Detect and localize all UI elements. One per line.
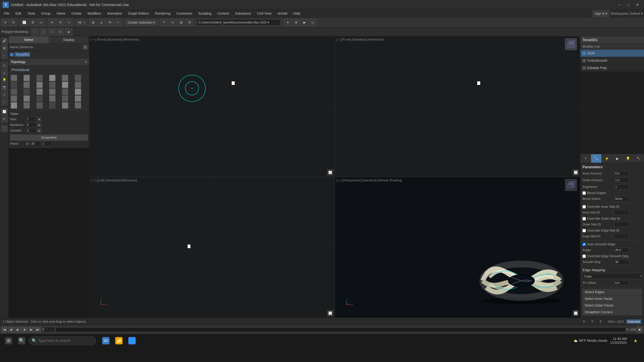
move-button[interactable]: ✛ <box>48 19 56 26</box>
rp-tab-utilities[interactable]: 🔨 <box>634 154 644 163</box>
rp-tab-create[interactable]: + <box>580 154 591 163</box>
tex-5[interactable] <box>75 75 81 81</box>
viewport-front-maximize[interactable]: ⬜ <box>327 169 333 175</box>
smooth-spinner-up[interactable]: ▲ <box>37 129 41 133</box>
plane-s-input[interactable] <box>30 141 40 146</box>
tex-24[interactable] <box>11 102 17 109</box>
tex-27[interactable] <box>49 102 56 109</box>
camera-tool[interactable]: 📷 <box>1 84 8 91</box>
search-taskbar-button[interactable]: 🔍 <box>16 335 28 347</box>
select-tab[interactable]: Select <box>9 36 49 43</box>
tl-prev-frame[interactable]: ◀ <box>8 327 14 333</box>
pm-element[interactable]: ◈ <box>65 28 72 35</box>
smooth-input[interactable] <box>26 128 36 133</box>
tex-29[interactable] <box>75 102 81 109</box>
viewport-front[interactable]: [ + ] [Front] [Standard] [Wireframe] - ⬜ <box>89 36 335 177</box>
notification-button[interactable]: 🔔 <box>630 335 641 347</box>
size-spinner-up[interactable]: ▲ <box>37 117 41 121</box>
path-input[interactable] <box>197 19 280 25</box>
edge-mat-input[interactable] <box>614 234 629 239</box>
nav-cube-perspective[interactable] <box>565 179 577 191</box>
tex-20[interactable] <box>36 95 43 102</box>
viewport-top[interactable]: [ - ] [Front] [Standard] [Wireframe] - ⬜ <box>335 36 580 177</box>
select-by-name-button[interactable]: ☰ <box>29 19 36 26</box>
tex-22[interactable] <box>62 95 68 102</box>
tex-25[interactable] <box>24 102 30 109</box>
menu-tools[interactable]: Tools <box>25 10 38 16</box>
menu-rendering[interactable]: Rendering <box>152 10 173 16</box>
menu-edit[interactable]: Edit <box>13 10 24 16</box>
menu-graph-editors[interactable]: Graph Editors <box>126 10 152 16</box>
tl-play[interactable]: ▶ <box>15 327 21 333</box>
menu-customize[interactable]: Customize <box>174 10 195 16</box>
clone-button[interactable]: ⧉ <box>186 19 193 26</box>
maximize-button[interactable]: □ <box>624 2 632 8</box>
array-button[interactable]: ⊞ <box>178 19 185 26</box>
tl-next-key[interactable]: ▶| <box>35 327 41 333</box>
percent-snap[interactable]: % <box>106 19 114 26</box>
override-edge-checkbox[interactable] <box>582 229 586 232</box>
tl-stop[interactable]: ■ <box>22 327 28 333</box>
iterations-input[interactable] <box>26 122 36 127</box>
viewport-left-maximize[interactable]: ⬜ <box>327 310 333 316</box>
taskbar-search-input[interactable] <box>38 339 93 343</box>
tex-28[interactable] <box>62 102 68 109</box>
menu-modifiers[interactable]: Modifiers <box>85 10 104 16</box>
unlink-tool[interactable]: ⛓ <box>1 45 8 52</box>
spinner-snap[interactable]: ≈ <box>114 19 122 26</box>
rp-tab-hierarchy[interactable]: ⚡ <box>602 154 612 163</box>
tl-next-frame[interactable]: ▶ <box>28 327 34 333</box>
tv-offset-input[interactable] <box>614 280 629 285</box>
tex-21[interactable] <box>49 95 56 102</box>
pm-vertex[interactable]: · <box>32 28 39 35</box>
tl-frame-input[interactable] <box>42 327 55 332</box>
bind-tool[interactable]: ○ <box>1 52 8 59</box>
geo-tool[interactable]: ◇ <box>1 62 8 68</box>
pm-poly[interactable]: ⬡ <box>57 28 64 35</box>
tex-4[interactable] <box>62 75 68 81</box>
nav-cube-top[interactable] <box>565 38 577 50</box>
edge-mapping-dropdown[interactable]: Copy <box>582 273 642 279</box>
minimize-button[interactable]: ─ <box>616 2 623 8</box>
menu-views[interactable]: Views <box>54 10 68 16</box>
scale-button[interactable]: ⤡ <box>65 19 72 26</box>
topology-close[interactable]: ✕ <box>84 60 87 64</box>
tex-2[interactable] <box>36 75 43 81</box>
tex-9[interactable] <box>49 82 56 88</box>
tl-auto-key[interactable]: ⏺ <box>636 327 643 333</box>
menu-group[interactable]: Group <box>38 10 53 16</box>
smooth-deg-input[interactable] <box>614 259 629 265</box>
sort-button[interactable]: ☰ <box>83 45 88 50</box>
tex-11[interactable] <box>75 82 81 88</box>
menu-create[interactable]: Create <box>69 10 84 16</box>
scrap-verts-button[interactable]: ScrapVerts <box>10 135 88 141</box>
modifier-editable-poly[interactable]: Editable Poly <box>580 64 644 72</box>
zoom-extents[interactable]: ⛶ <box>1 125 8 132</box>
tex-3[interactable] <box>49 75 56 81</box>
tex-13[interactable] <box>24 88 30 95</box>
straighten-corners-button[interactable]: Straighten Corners <box>582 309 642 315</box>
tex-19[interactable] <box>24 95 30 102</box>
menu-content[interactable]: Content <box>215 10 232 16</box>
menu-substance[interactable]: Substance <box>232 10 254 16</box>
bevel-spline-input[interactable] <box>614 196 629 201</box>
select-object-button[interactable]: ⬜ <box>21 19 28 26</box>
tex-14[interactable] <box>36 88 43 95</box>
inner-amount-input[interactable] <box>614 171 629 176</box>
rp-tab-motion[interactable]: ▶ <box>612 154 623 163</box>
rotate-button[interactable]: ↻ <box>57 19 64 26</box>
tex-23[interactable] <box>75 95 81 102</box>
taskbar-search-box[interactable]: 🔍 <box>29 336 96 345</box>
object-name-item[interactable]: Torus001 <box>14 52 30 57</box>
plane-value-input[interactable] <box>42 141 52 146</box>
tex-15[interactable] <box>49 88 56 95</box>
rp-tab-display[interactable]: 💡 <box>623 154 634 163</box>
tex-10[interactable] <box>62 82 68 88</box>
tex-17[interactable] <box>75 88 81 95</box>
material-editor[interactable]: ♦ <box>284 19 292 26</box>
viewport-top-maximize[interactable]: ⬜ <box>573 169 579 175</box>
menu-scripting[interactable]: Scripting <box>196 10 214 16</box>
signin-button[interactable]: Sign In ▾ <box>592 10 609 17</box>
modifier-turbosmooth[interactable]: TurboSmooth <box>580 57 644 64</box>
angle-input[interactable] <box>614 248 629 253</box>
